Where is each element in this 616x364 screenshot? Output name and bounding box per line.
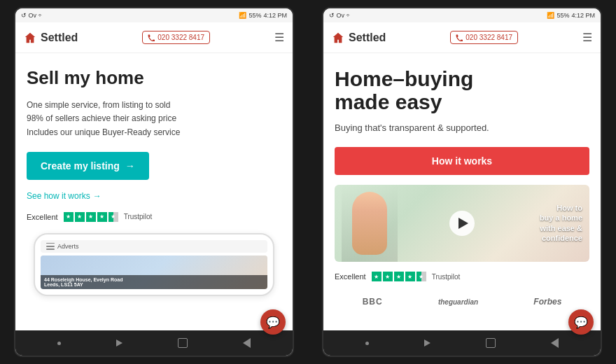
left-signal-icon: 📶	[239, 12, 246, 19]
arrow-right-icon: →	[125, 160, 135, 172]
left-phone-screen: ↺ Ov ÷ 📶 55% 4:12 PM Settled 020 3322 84…	[14, 7, 294, 357]
see-how-label: See how it works	[27, 191, 90, 201]
inner-card-address-1: 44 Roseleigh House, Evelyn Road	[44, 277, 264, 282]
home-icon-right	[332, 31, 344, 44]
arrow-icon: →	[93, 191, 102, 201]
right-hamburger-icon[interactable]: ☰	[582, 31, 592, 44]
left-feature-1: One simple service, from listing to sold	[27, 99, 281, 112]
left-nav-phone[interactable]: 020 3322 8417	[142, 31, 210, 44]
left-phone-number: 020 3322 8417	[158, 34, 204, 41]
left-nav-back[interactable]	[243, 338, 251, 348]
inner-hamburger-icon	[46, 243, 55, 250]
star-2: ★	[75, 212, 85, 222]
create-listing-button[interactable]: Create my listing →	[27, 152, 149, 180]
right-logo-text: Settled	[349, 31, 386, 44]
left-feature-2: 98% of sellers achieve their asking pric…	[27, 112, 281, 125]
r-star-2: ★	[383, 272, 393, 281]
star-4: ★	[97, 212, 107, 222]
inner-phone-card: 44 Roseleigh House, Evelyn Road Leeds, L…	[41, 255, 267, 289]
inner-card-overlay: 44 Roseleigh House, Evelyn Road Leeds, L…	[41, 275, 267, 289]
play-icon	[458, 218, 468, 229]
left-nav-bar: Settled 020 3322 8417 ☰	[15, 22, 293, 53]
right-nav-phone[interactable]: 020 3322 8417	[450, 31, 518, 44]
inner-card-address-2: Leeds, LS11 5AY	[44, 282, 264, 287]
right-bottom-nav	[323, 330, 601, 356]
phone-icon-left	[148, 34, 155, 41]
left-logo-text: Settled	[41, 31, 78, 44]
right-video-card[interactable]: How to buy a home with ease & confidence	[335, 185, 589, 262]
create-listing-label: Create my listing	[41, 160, 120, 172]
home-icon	[24, 31, 36, 44]
r-star-4: ★	[405, 272, 415, 281]
chat-icon-right: 💬	[574, 316, 588, 329]
video-text-line2: buy a home	[540, 214, 582, 223]
left-stars: ★ ★ ★ ★ ★	[64, 212, 118, 222]
star-1: ★	[64, 212, 74, 222]
how-it-works-button[interactable]: How it works	[335, 147, 589, 175]
inner-phone-header: Adverts	[41, 240, 267, 253]
right-nav-forward[interactable]	[424, 340, 430, 346]
r-star-1: ★	[372, 272, 382, 281]
r-star-3: ★	[394, 272, 404, 281]
left-trustpilot-label: Excellent	[27, 213, 58, 221]
right-trustpilot-label: Excellent	[335, 272, 366, 281]
forbes-logo: Forbes	[533, 297, 561, 307]
chat-icon-left: 💬	[266, 316, 280, 329]
left-status-right: 📶 55% 4:12 PM	[239, 12, 287, 19]
left-hero-title: Sell my home	[27, 67, 281, 89]
left-screen-content: Sell my home One simple service, from li…	[15, 53, 293, 330]
left-battery-text: 55%	[248, 12, 261, 19]
left-inner-phone: Adverts 44 Roseleigh House, Evelyn Road …	[34, 233, 274, 296]
phone-icon-right	[456, 34, 463, 41]
left-nav-home[interactable]	[178, 338, 188, 348]
right-nav-dot	[365, 342, 369, 345]
video-text-line4: confidence	[540, 233, 582, 243]
right-battery-text: 55%	[556, 12, 569, 19]
left-chat-button[interactable]: 💬	[260, 309, 286, 335]
right-status-icons: ↺ Ov ÷	[329, 12, 349, 19]
media-logos-row: BBC theguardian Forbes	[335, 293, 589, 311]
right-time-text: 4:12 PM	[571, 12, 595, 19]
right-chat-button[interactable]: 💬	[568, 309, 594, 335]
guardian-logo: theguardian	[438, 298, 478, 306]
bbc-logo: BBC	[363, 297, 383, 307]
star-half: ★	[108, 212, 118, 222]
right-phone-number: 020 3322 8417	[465, 34, 512, 41]
right-trustpilot-row: Excellent ★ ★ ★ ★ ★ Trustpilot	[335, 272, 589, 281]
right-status-right: 📶 55% 4:12 PM	[547, 12, 595, 19]
video-text-line3: with ease &	[540, 223, 582, 233]
right-nav-back[interactable]	[551, 338, 559, 348]
left-nav-forward[interactable]	[116, 340, 122, 346]
see-how-link[interactable]: See how it works →	[27, 191, 281, 201]
right-hero-subtitle: Buying that's transparent & supported.	[335, 122, 589, 134]
r-star-half: ★	[416, 272, 426, 281]
right-title-line2: made easy	[335, 90, 442, 113]
right-nav-logo[interactable]: Settled	[332, 31, 386, 44]
left-trustpilot-name: Trustpilot	[124, 213, 153, 220]
left-feature-list: One simple service, from listing to sold…	[27, 99, 281, 139]
left-nav-logo[interactable]: Settled	[24, 31, 78, 44]
left-hamburger-icon[interactable]: ☰	[274, 31, 284, 44]
right-phone-screen: ↺ Ov ÷ 📶 55% 4:12 PM Settled 020 3322 84…	[322, 7, 602, 357]
video-text-line1: How to	[540, 204, 582, 214]
right-trustpilot-name: Trustpilot	[432, 273, 461, 281]
inner-card-image: 44 Roseleigh House, Evelyn Road Leeds, L…	[41, 255, 267, 289]
left-status-bar: ↺ Ov ÷ 📶 55% 4:12 PM	[15, 8, 293, 22]
right-nav-home[interactable]	[486, 338, 496, 348]
left-bottom-nav	[15, 330, 293, 356]
left-feature-3: Includes our unique Buyer-Ready service	[27, 126, 281, 139]
right-phone-wrapper: ↺ Ov ÷ 📶 55% 4:12 PM Settled 020 3322 84…	[308, 0, 616, 364]
right-status-bar: ↺ Ov ÷ 📶 55% 4:12 PM	[323, 8, 601, 22]
left-phone-wrapper: ↺ Ov ÷ 📶 55% 4:12 PM Settled 020 3322 84…	[0, 0, 308, 364]
left-nav-dot	[57, 342, 61, 345]
left-trustpilot-row: Excellent ★ ★ ★ ★ ★ Trustpilot	[27, 212, 281, 222]
right-screen-content: Home–buying made easy Buying that's tran…	[323, 53, 601, 330]
play-button[interactable]	[449, 211, 475, 236]
inner-phone-title: Adverts	[57, 243, 79, 250]
left-time-text: 4:12 PM	[263, 12, 287, 19]
right-title-line1: Home–buying	[335, 67, 473, 90]
right-signal-icon: 📶	[547, 12, 554, 19]
star-3: ★	[86, 212, 96, 222]
right-nav-bar: Settled 020 3322 8417 ☰	[323, 22, 601, 53]
left-status-icons: ↺ Ov ÷	[21, 12, 41, 19]
